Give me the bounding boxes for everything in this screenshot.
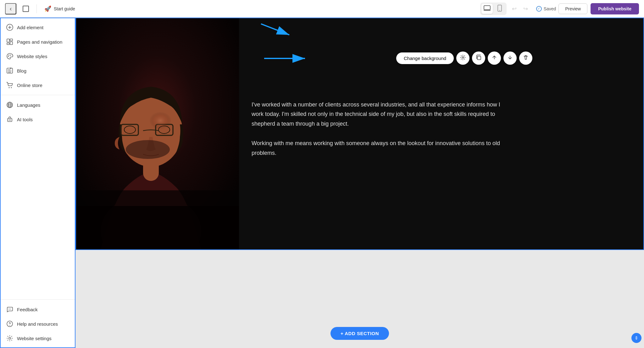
- blog-icon: [6, 67, 13, 74]
- sidebar-item-help-label: Help and resources: [17, 321, 58, 327]
- svg-point-32: [126, 140, 170, 159]
- portrait-area: [75, 18, 239, 250]
- section-settings-button[interactable]: [456, 52, 469, 65]
- ai-icon: [6, 116, 13, 123]
- svg-point-8: [8, 56, 9, 57]
- add-section-button[interactable]: + ADD SECTION: [330, 327, 389, 340]
- sidebar-item-feedback[interactable]: Feedback: [0, 302, 75, 317]
- redo-icon: ↪: [523, 5, 528, 12]
- sidebar-item-pages-navigation[interactable]: Pages and navigation: [0, 35, 75, 49]
- sidebar-item-add-element-label: Add element: [17, 25, 43, 30]
- svg-point-2: [499, 10, 500, 11]
- svg-rect-15: [8, 118, 12, 122]
- arrow-up-icon: [491, 55, 497, 62]
- layout-icon: [23, 6, 29, 12]
- svg-point-10: [10, 55, 11, 56]
- redo-button[interactable]: ↪: [520, 3, 531, 14]
- svg-rect-0: [484, 6, 490, 10]
- svg-point-13: [11, 87, 12, 88]
- sidebar-item-add-element[interactable]: Add element: [0, 20, 75, 35]
- toolbar: ‹ 🚀 Start guide: [0, 0, 644, 18]
- palette-icon: [6, 53, 13, 60]
- pages-icon: [6, 38, 13, 45]
- sidebar-item-languages-label: Languages: [17, 102, 40, 108]
- sidebar-item-languages[interactable]: Languages: [0, 98, 75, 112]
- preview-button[interactable]: Preview: [558, 3, 587, 14]
- mobile-icon: [497, 5, 502, 13]
- undo-button[interactable]: ↩: [509, 3, 520, 14]
- saved-label: Saved: [544, 6, 556, 11]
- sidebar-item-help[interactable]: Help and resources: [0, 317, 75, 331]
- main-area: Add element Pages and navigation: [0, 18, 644, 348]
- sidebar-item-feedback-label: Feedback: [17, 307, 38, 312]
- svg-point-19: [9, 309, 10, 309]
- sidebar-bottom: Feedback Help and resources: [0, 299, 75, 348]
- svg-point-36: [462, 57, 464, 58]
- svg-point-22: [9, 325, 10, 326]
- svg-rect-5: [10, 39, 13, 41]
- sidebar-item-pages-label: Pages and navigation: [17, 39, 62, 45]
- help-icon: [6, 320, 13, 327]
- trash-icon: [523, 55, 529, 62]
- svg-rect-4: [7, 39, 9, 42]
- rocket-icon: 🚀: [44, 5, 51, 12]
- sidebar-item-store-label: Online store: [17, 83, 42, 88]
- mobile-view-button[interactable]: [494, 4, 505, 14]
- canvas-paragraph-1: I've worked with a number of clients acr…: [252, 100, 509, 129]
- section-move-down-button[interactable]: [503, 52, 517, 65]
- languages-icon: [6, 101, 13, 108]
- change-background-button[interactable]: Change background: [396, 52, 454, 64]
- sidebar-item-blog-label: Blog: [17, 68, 26, 73]
- sidebar-separator: [0, 95, 75, 95]
- svg-point-23: [9, 337, 11, 339]
- svg-point-20: [10, 309, 11, 309]
- settings-icon: [6, 335, 13, 342]
- sidebar-item-styles-label: Website styles: [17, 54, 47, 59]
- add-section-bar: + ADD SECTION: [75, 327, 644, 340]
- svg-rect-35: [75, 206, 239, 250]
- svg-point-16: [9, 120, 10, 121]
- start-guide-button[interactable]: 🚀 Start guide: [41, 3, 79, 14]
- svg-rect-7: [7, 43, 9, 45]
- sidebar-item-website-settings[interactable]: Website settings: [0, 331, 75, 345]
- publish-button[interactable]: Publish website: [591, 3, 639, 14]
- toolbar-divider-1: [36, 4, 37, 13]
- sidebar-item-ai-tools[interactable]: AI tools: [0, 112, 75, 127]
- sidebar-item-website-styles[interactable]: Website styles: [0, 49, 75, 63]
- sidebar-item-settings-label: Website settings: [17, 336, 52, 341]
- sidebar-item-online-store[interactable]: Online store: [0, 78, 75, 92]
- svg-point-12: [9, 87, 10, 88]
- scroll-indicator[interactable]: ⇕: [631, 333, 641, 343]
- section-duplicate-button[interactable]: [472, 52, 485, 65]
- canvas-area: I've worked with a number of clients acr…: [75, 18, 644, 348]
- svg-point-9: [8, 55, 9, 56]
- hero-section[interactable]: I've worked with a number of clients acr…: [75, 18, 644, 250]
- feedback-icon: [6, 306, 13, 313]
- cart-icon: [6, 82, 13, 89]
- sidebar: Add element Pages and navigation: [0, 18, 75, 348]
- desktop-view-button[interactable]: [481, 4, 493, 14]
- laptop-icon: [484, 5, 491, 12]
- plus-circle-icon: [6, 24, 13, 31]
- copy-icon: [476, 55, 481, 62]
- svg-point-17: [10, 120, 11, 121]
- sidebar-nav: Add element Pages and navigation: [0, 18, 75, 299]
- back-button[interactable]: ‹: [5, 3, 16, 14]
- arrow-down-icon: [507, 55, 513, 62]
- saved-indicator: ✓ Saved: [536, 6, 556, 12]
- section-move-up-button[interactable]: [488, 52, 501, 65]
- sidebar-item-ai-label: AI tools: [17, 117, 33, 122]
- svg-rect-6: [10, 42, 13, 45]
- svg-rect-37: [477, 56, 481, 60]
- svg-point-18: [8, 309, 9, 309]
- layout-button[interactable]: [19, 4, 33, 14]
- section-delete-button[interactable]: [519, 52, 532, 65]
- device-toggle-group: [480, 3, 507, 15]
- start-guide-label: Start guide: [54, 6, 75, 11]
- canvas-paragraph-2: Working with me means working with someo…: [252, 139, 509, 158]
- scroll-icon: ⇕: [635, 335, 638, 340]
- saved-check-icon: ✓: [536, 6, 542, 12]
- sidebar-item-blog[interactable]: Blog: [0, 63, 75, 78]
- undo-icon: ↩: [512, 5, 517, 12]
- svg-point-33: [143, 112, 175, 137]
